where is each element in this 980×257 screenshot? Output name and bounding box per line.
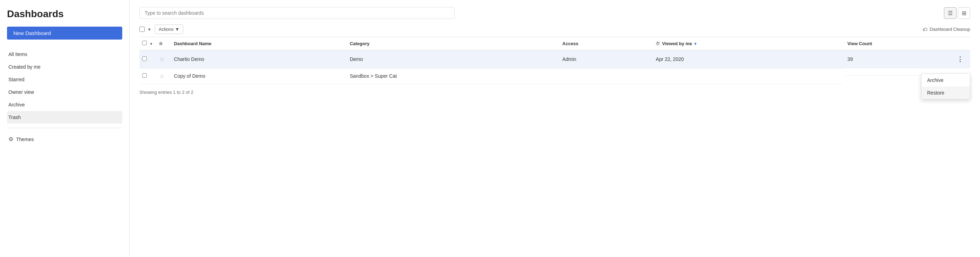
sidebar-item-owner-view[interactable]: Owner view (7, 86, 122, 98)
table-body: ☆ Chartio Demo Demo Admin Apr 22, 2020 3… (139, 51, 970, 84)
row-access: Admin (558, 51, 652, 69)
row-view-count: 39 ⋮ (843, 51, 970, 68)
grid-view-button[interactable]: ⊞ (958, 7, 970, 19)
select-chevron-button[interactable]: ▼ (146, 27, 153, 32)
table-row: ☆ Chartio Demo Demo Admin Apr 22, 2020 3… (139, 51, 970, 69)
actions-bar: ▼ Actions ▼ 🏷 Dashboard Cleanup (139, 24, 970, 34)
header-checkbox[interactable] (142, 41, 147, 45)
dashboard-cleanup-button[interactable]: 🏷 Dashboard Cleanup (923, 27, 970, 32)
list-view-button[interactable]: ☰ (944, 7, 956, 19)
view-toggles: ☰ ⊞ (944, 7, 970, 19)
sidebar-item-trash[interactable]: Trash (7, 111, 122, 124)
more-options-button[interactable]: ⋮ (954, 54, 966, 64)
table-row: ☆ Copy of Demo Sandbox > Super Cat (139, 68, 970, 84)
table-header-row: ▼ ☆ Dashboard Name Category Access ⏱ Vie… (139, 37, 970, 51)
row-star-cell: ☆ (157, 51, 170, 69)
sidebar-nav: All ItemsCreated by meStarredOwner viewA… (7, 48, 122, 124)
themes-label: Themes (16, 136, 34, 142)
row-access (558, 68, 652, 84)
col-header-view-count: View Count (843, 37, 970, 51)
row-name: Chartio Demo (170, 51, 346, 69)
sidebar: Dashboards New Dashboard All ItemsCreate… (0, 0, 130, 257)
row-star-cell: ☆ (157, 68, 170, 84)
sidebar-divider (7, 128, 122, 128)
actions-dropdown-button[interactable]: Actions ▼ (155, 24, 183, 34)
viewed-col-label: Viewed by me (662, 41, 692, 46)
grid-view-icon: ⊞ (962, 10, 966, 16)
row-name: Copy of Demo (170, 68, 346, 84)
main-content: ☰ ⊞ ▼ Actions ▼ 🏷 Dashboard Cleanup (130, 0, 980, 257)
context-menu: Archive Restore (921, 73, 970, 100)
select-all-area: ▼ (139, 27, 153, 32)
row-category: Demo (346, 51, 558, 69)
row-checkbox[interactable] (142, 56, 147, 61)
sort-icon: ▼ (694, 42, 697, 46)
dashboards-table: ▼ ☆ Dashboard Name Category Access ⏱ Vie… (139, 37, 970, 84)
col-header-access: Access (558, 37, 652, 51)
actions-label: Actions (159, 27, 174, 32)
star-button[interactable]: ☆ (159, 56, 165, 63)
list-view-icon: ☰ (948, 10, 953, 16)
sidebar-item-created-by-me[interactable]: Created by me (7, 60, 122, 73)
row-checkbox-cell (139, 51, 157, 69)
actions-left: ▼ Actions ▼ (139, 24, 183, 34)
clock-icon: ⏱ (655, 41, 660, 46)
row-category: Sandbox > Super Cat (346, 68, 558, 84)
star-header-icon: ☆ (159, 41, 163, 46)
topbar: ☰ ⊞ (139, 7, 970, 19)
gear-icon: ⚙ (8, 136, 13, 143)
tag-icon: 🏷 (923, 27, 928, 32)
row-viewed (651, 68, 843, 84)
new-dashboard-button[interactable]: New Dashboard (7, 27, 122, 40)
view-count-value: 39 (847, 56, 853, 62)
select-all-checkbox[interactable] (139, 27, 145, 32)
star-button[interactable]: ☆ (159, 72, 165, 80)
menu-item-archive[interactable]: Archive (921, 74, 970, 86)
col-header-star: ☆ (157, 37, 170, 51)
actions-chevron-icon: ▼ (175, 27, 180, 32)
menu-item-restore[interactable]: Restore (921, 86, 970, 99)
table-container: ▼ ☆ Dashboard Name Category Access ⏱ Vie… (139, 37, 970, 250)
row-checkbox[interactable] (142, 73, 147, 78)
header-chevron-button[interactable]: ▼ (148, 41, 154, 46)
col-header-checkbox: ▼ (139, 37, 157, 51)
dashboard-cleanup-label: Dashboard Cleanup (929, 27, 970, 32)
table-footer: Showing entries 1 to 2 of 2 (139, 84, 970, 100)
col-header-name: Dashboard Name (170, 37, 346, 51)
row-viewed: Apr 22, 2020 (651, 51, 843, 69)
search-input[interactable] (139, 7, 455, 19)
col-header-viewed[interactable]: ⏱ Viewed by me ▼ (651, 37, 843, 51)
sidebar-item-themes[interactable]: ⚙ Themes (7, 132, 122, 146)
page-title: Dashboards (7, 8, 122, 20)
sidebar-item-all-items[interactable]: All Items (7, 48, 122, 60)
sidebar-item-starred[interactable]: Starred (7, 73, 122, 86)
row-checkbox-cell (139, 68, 157, 84)
col-header-category: Category (346, 37, 558, 51)
sidebar-item-archive[interactable]: Archive (7, 98, 122, 111)
